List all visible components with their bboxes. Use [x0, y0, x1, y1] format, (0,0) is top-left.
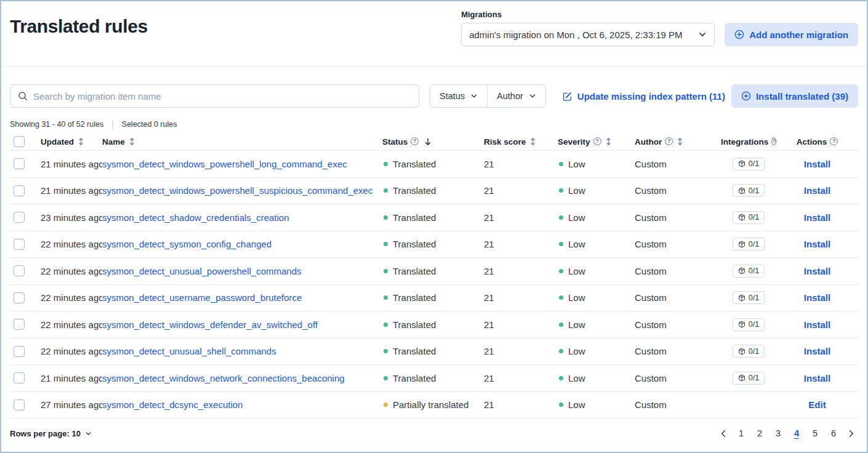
row-checkbox[interactable] [14, 319, 25, 330]
page-button-6[interactable]: 6 [826, 425, 842, 441]
integrations-cell: 0/1 [721, 184, 776, 197]
add-migration-button[interactable]: Add another migration [725, 23, 858, 46]
action-link[interactable]: Install [804, 239, 830, 249]
severity-dot [559, 349, 563, 353]
question-circle-icon[interactable]: ? [830, 137, 838, 145]
integrations-count: 0/1 [749, 294, 759, 302]
page-title: Translated rules [10, 10, 148, 46]
question-circle-icon[interactable]: ? [665, 137, 673, 145]
action-link[interactable]: Install [804, 292, 830, 303]
severity-cell: Low [558, 319, 635, 330]
select-all-checkbox[interactable] [14, 136, 25, 147]
action-link[interactable]: Install [804, 373, 830, 383]
migration-controls: Migrations admin's migration on Mon , Oc… [461, 10, 858, 46]
header-divider [1, 66, 867, 66]
status-cell: Translated [382, 319, 484, 330]
column-label: Risk score [484, 137, 526, 146]
rule-name-link[interactable]: sysmon_detect_unusual_shell_commands [102, 346, 276, 356]
row-checkbox[interactable] [14, 399, 25, 411]
page-button-4[interactable]: 4 [789, 425, 805, 441]
integrations-badge[interactable]: 0/1 [733, 211, 765, 224]
update-index-pattern-label: Update missing index pattern (11) [577, 91, 725, 102]
actions-cell: Install [776, 239, 858, 249]
action-link[interactable]: Install [804, 266, 830, 276]
integrations-badge[interactable]: 0/1 [733, 184, 765, 197]
integrations-badge[interactable]: 0/1 [733, 238, 765, 251]
install-translated-button[interactable]: Install translated (39) [731, 84, 858, 108]
rule-name-link[interactable]: sysmon_detect_unusual_powershell_command… [102, 266, 302, 276]
rule-name-link[interactable]: sysmon_detect_windows_powershell_long_co… [102, 159, 347, 169]
rule-name-link[interactable]: sysmon_detect_windows_network_connection… [102, 373, 345, 383]
row-checkbox[interactable] [14, 346, 25, 357]
integrations-count: 0/1 [749, 374, 759, 382]
action-link[interactable]: Install [804, 185, 830, 196]
page-button-2[interactable]: 2 [752, 425, 768, 441]
column-header-name[interactable]: Name [102, 137, 382, 146]
page-button-5[interactable]: 5 [807, 425, 823, 441]
previous-page-button[interactable] [717, 427, 731, 441]
integrations-badge[interactable]: 0/1 [733, 291, 765, 304]
action-link[interactable]: Install [804, 212, 830, 223]
search-input[interactable] [33, 91, 411, 102]
column-header-author[interactable]: Author ? [635, 137, 721, 146]
updated-cell: 22 minutes ago [41, 239, 102, 249]
status-cell: Translated [382, 239, 484, 249]
rule-name-link[interactable]: sysmon_detect_sysmon_config_changed [102, 239, 271, 249]
page-button-3[interactable]: 3 [770, 425, 786, 441]
action-link[interactable]: Edit [808, 399, 826, 410]
severity-label: Low [568, 212, 585, 223]
status-label: Translated [393, 319, 436, 330]
next-page-button[interactable] [844, 427, 858, 441]
rule-name-link[interactable]: sysmon_detect_shadow_credentials_creatio… [102, 212, 289, 223]
row-checkbox[interactable] [14, 292, 25, 303]
row-checkbox[interactable] [14, 372, 25, 383]
severity-cell: Low [558, 292, 635, 303]
pagination: 123456 [717, 425, 858, 441]
integrations-badge[interactable]: 0/1 [733, 158, 765, 170]
status-dot [384, 323, 388, 327]
column-header-status[interactable]: Status ? [382, 137, 484, 146]
status-dot [384, 188, 388, 193]
integrations-badge[interactable]: 0/1 [733, 318, 765, 331]
rule-name-link[interactable]: sysmon_detect_username_password_brutefor… [102, 292, 302, 303]
rows-per-page-button[interactable]: Rows per page: 10 [10, 429, 92, 438]
row-checkbox[interactable] [14, 265, 25, 276]
rule-name-link[interactable]: sysmon_detect_windows_defender_av_switch… [102, 319, 318, 330]
row-checkbox[interactable] [14, 158, 25, 169]
table-row: 22 minutes ago sysmon_detect_username_pa… [10, 284, 858, 311]
column-header-risk-score[interactable]: Risk score [484, 137, 558, 146]
name-cell: sysmon_detect_windows_powershell_suspici… [102, 185, 382, 196]
table-row: 22 minutes ago sysmon_detect_sysmon_conf… [10, 231, 858, 258]
row-checkbox[interactable] [14, 185, 25, 196]
rules-table: Updated Name Status ? Risk score Severit… [10, 133, 858, 419]
integrations-badge[interactable]: 0/1 [733, 265, 765, 278]
action-link[interactable]: Install [804, 346, 830, 356]
column-header-severity[interactable]: Severity ? [558, 137, 635, 146]
rule-name-link[interactable]: sysmon_detect_windows_powershell_suspici… [102, 185, 372, 196]
integrations-badge[interactable]: 0/1 [733, 345, 765, 358]
column-label: Name [102, 137, 125, 146]
migration-select[interactable]: admin's migration on Mon , Oct 6, 2025, … [461, 23, 715, 46]
question-circle-icon[interactable]: ? [411, 137, 419, 145]
author-filter-button[interactable]: Author [487, 85, 545, 107]
integrations-badge[interactable]: 0/1 [733, 372, 765, 385]
status-cell: Translated [382, 292, 484, 303]
action-link[interactable]: Install [804, 319, 830, 330]
status-filter-label: Status [440, 91, 465, 101]
selected-count: Selected 0 rules [122, 120, 177, 129]
page-button-1[interactable]: 1 [733, 425, 749, 441]
question-circle-icon[interactable]: ? [593, 137, 601, 145]
update-index-pattern-button[interactable]: Update missing index pattern (11) [562, 91, 725, 102]
row-checkbox-cell [10, 239, 41, 250]
status-filter-button[interactable]: Status [430, 85, 487, 107]
column-header-updated[interactable]: Updated [41, 137, 102, 146]
question-circle-icon[interactable]: ? [771, 137, 776, 145]
row-checkbox[interactable] [14, 239, 25, 250]
action-link[interactable]: Install [804, 159, 830, 169]
row-checkbox[interactable] [14, 212, 25, 223]
rule-name-link[interactable]: sysmon_detect_dcsync_execution [102, 399, 243, 410]
column-label: Author [635, 137, 662, 146]
status-label: Translated [393, 373, 436, 383]
actions-cell: Install [776, 266, 858, 276]
integrations-cell: 0/1 [721, 265, 776, 278]
